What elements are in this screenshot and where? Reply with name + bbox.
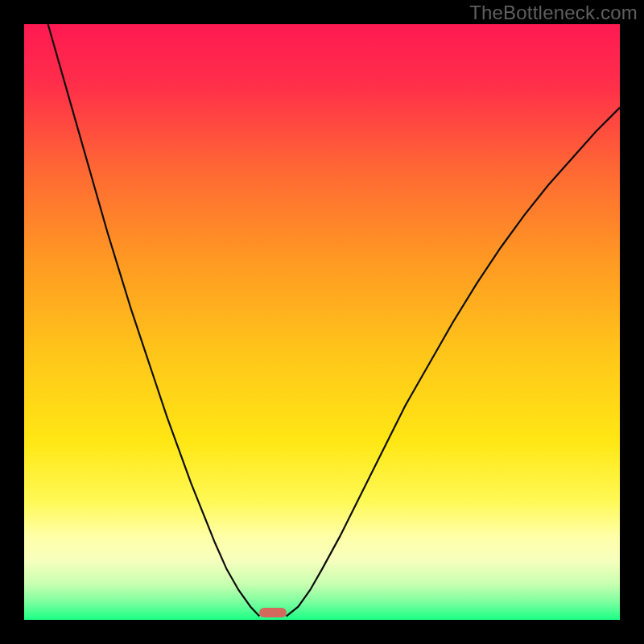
minimum-marker — [259, 608, 286, 617]
plot-area — [24, 24, 620, 620]
plot-svg — [24, 24, 620, 620]
watermark-text: TheBottleneck.com — [469, 2, 638, 24]
chart-frame: TheBottleneck.com — [0, 0, 644, 644]
gradient-background — [24, 24, 620, 620]
